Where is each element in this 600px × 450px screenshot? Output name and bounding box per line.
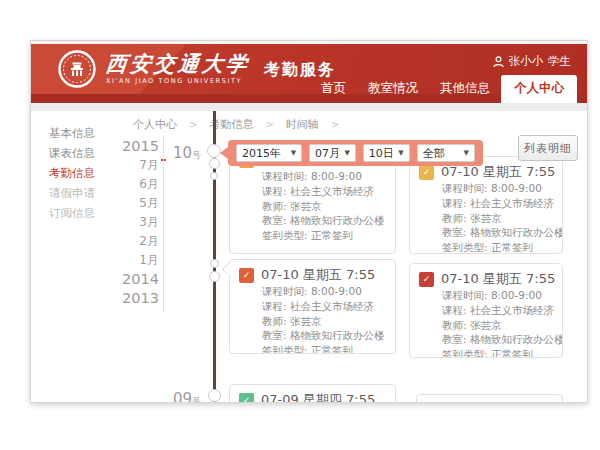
caret-down-icon: ▼: [291, 149, 296, 157]
app-header: 西安交通大学 XI'AN JIAO TONG UNIVERSITY 考勤服务 张…: [31, 44, 587, 103]
card-sign-type: 签到类型: 正常签到: [262, 343, 386, 354]
year-select[interactable]: 2015年 ▼: [236, 144, 302, 162]
user-name: 张小小: [509, 54, 544, 69]
day-select[interactable]: 10日 ▼: [363, 144, 410, 162]
day-suffix: 号: [192, 396, 201, 403]
sign-type-icon: ✓: [239, 268, 254, 283]
scale-month-may[interactable]: 5月: [115, 194, 159, 213]
scale-divider: [163, 135, 164, 313]
timeline-node: [207, 144, 221, 158]
sign-type-icon: ✓: [239, 393, 254, 404]
filter-bubble: 2015年 ▼ 07月 ▼ 10日 ▼ 全部 ▼: [228, 140, 483, 166]
card-sign-type: 签到类型: 正常签到: [442, 240, 553, 254]
day-number: 09: [173, 390, 192, 403]
timeline-node: [208, 389, 221, 402]
breadcrumb: 个人中心 > 考勤信息 > 时间轴 >: [129, 115, 347, 134]
sidebar-item-leave-request[interactable]: 请假申请: [31, 183, 95, 203]
card-header: ✓ 07-10 星期五 7:55: [419, 270, 553, 288]
scale-month-jul[interactable]: 7月: [115, 156, 159, 175]
timeline-scale: 2015 7月 6月 5月 3月 2月 1月 2014 2013: [115, 137, 159, 308]
university-name: 西安交通大学 XI'AN JIAO TONG UNIVERSITY: [106, 54, 250, 85]
user-icon: [493, 56, 504, 68]
card-teacher: 教师: 张芸京: [442, 211, 553, 226]
card-teacher: 教师: 张芸京: [262, 314, 386, 329]
card-classroom: 教室: 格物致知行政办公楼: [262, 213, 386, 228]
sidebar-item-attendance-info[interactable]: 考勤信息: [31, 163, 95, 183]
sidebar: 基本信息 课表信息 考勤信息 请假申请 订阅信息: [31, 123, 95, 223]
caret-down-icon: ▼: [464, 149, 469, 157]
nav-item-other-info[interactable]: 其他信息: [429, 75, 501, 103]
card-course-time: 课程时间: 8:00-9:00: [262, 169, 386, 184]
breadcrumb-personal-center[interactable]: 个人中心: [129, 115, 181, 134]
nav-item-classrooms[interactable]: 教室情况: [357, 75, 429, 103]
day-number: 10: [173, 144, 192, 162]
screenshot-canvas: 西安交通大学 XI'AN JIAO TONG UNIVERSITY 考勤服务 张…: [0, 0, 600, 450]
scale-month-jan[interactable]: 1月: [115, 251, 159, 270]
chevron-right-icon: >: [265, 119, 273, 130]
sidebar-item-basic-info[interactable]: 基本信息: [31, 123, 95, 143]
university-name-cn: 西安交通大学: [105, 54, 251, 75]
user-menu[interactable]: 张小小 学生: [493, 54, 572, 69]
attendance-card-partial: ✓ 07-09 星期四 7:55: [229, 384, 396, 403]
card-header: ✓ 07-09 星期四 7:55: [239, 391, 386, 403]
card-classroom: 教室: 格物致知行政办公楼: [442, 332, 553, 347]
card-date: 07-10 星期五 7:55: [261, 266, 375, 284]
scale-month-mar[interactable]: 3月: [115, 213, 159, 232]
attendance-card: ✓ 07-10 星期五 7:55 课程时间: 8:00-9:00 课程: 社会主…: [229, 259, 396, 354]
scale-year-2015[interactable]: 2015: [115, 137, 159, 156]
scale-month-feb[interactable]: 2月: [115, 232, 159, 251]
caret-down-icon: ▼: [344, 149, 349, 157]
nav-item-home[interactable]: 首页: [310, 75, 357, 103]
day-suffix: 号: [192, 150, 201, 160]
caret-down-icon: ▼: [398, 149, 403, 157]
sign-type-icon: ✓: [419, 165, 434, 180]
card-header: ✓ 07-10 星期五 7:55: [239, 266, 386, 284]
timeline-node: [210, 259, 219, 268]
main-nav: 首页 教室情况 其他信息 个人中心: [310, 75, 577, 103]
user-role: 学生: [548, 54, 571, 69]
card-course: 课程: 社会主义市场经济: [442, 303, 553, 318]
timeline-node: [209, 271, 220, 282]
scale-year-2013[interactable]: 2013: [115, 289, 159, 308]
university-brand: 西安交通大学 XI'AN JIAO TONG UNIVERSITY 考勤服务: [57, 49, 336, 89]
timeline-node: [209, 158, 220, 169]
card-teacher: 教师: 张芸京: [262, 199, 386, 214]
month-select[interactable]: 07月 ▼: [309, 144, 356, 162]
university-name-en: XI'AN JIAO TONG UNIVERSITY: [106, 78, 250, 85]
card-course-time: 课程时间: 8:00-9:00: [442, 288, 553, 303]
bubble-arrow: [220, 147, 228, 159]
type-select[interactable]: 全部 ▼: [417, 144, 475, 162]
sidebar-item-subscription-info[interactable]: 订阅信息: [31, 203, 95, 223]
list-detail-button[interactable]: 列表明细: [518, 135, 578, 161]
breadcrumb-timeline[interactable]: 时间轴: [282, 115, 323, 134]
card-sign-type: 签到类型: 正常签到: [262, 228, 386, 243]
card-classroom: 教室: 格物致知行政办公楼: [442, 225, 553, 240]
card-sign-type: 签到类型: 正常签到: [442, 347, 553, 358]
chevron-right-icon: >: [331, 119, 339, 130]
month-select-value: 07月: [315, 146, 340, 161]
type-select-value: 全部: [423, 146, 445, 161]
timeline-node: [210, 172, 218, 180]
header-divider-strip: [31, 103, 587, 111]
card-classroom: 教室: 格物致知行政办公楼: [262, 328, 386, 343]
card-course: 课程: 社会主义市场经济: [262, 299, 386, 314]
day-label-09: 09号: [173, 389, 201, 403]
day-label-10: 10号: [173, 143, 201, 162]
scale-month-label: 7月: [139, 158, 159, 172]
chevron-right-icon: >: [189, 119, 197, 130]
card-course: 课程: 社会主义市场经济: [442, 196, 553, 211]
nav-item-personal-center[interactable]: 个人中心: [501, 75, 577, 103]
app-window: 西安交通大学 XI'AN JIAO TONG UNIVERSITY 考勤服务 张…: [30, 40, 588, 403]
attendance-card: ✓ 07-10 星期五 7:55 课程时间: 8:00-9:00 课程: 社会主…: [409, 156, 563, 254]
card-date: 07-09 星期四 7:55: [261, 391, 375, 403]
sign-type-icon: ✓: [419, 272, 434, 287]
attendance-card-partial: [416, 394, 563, 403]
scale-year-2014[interactable]: 2014: [115, 270, 159, 289]
year-select-value: 2015年: [242, 146, 281, 161]
card-course-time: 课程时间: 8:00-9:00: [262, 284, 386, 299]
scale-month-jun[interactable]: 6月: [115, 175, 159, 194]
university-logo-icon: [57, 49, 97, 89]
sidebar-item-schedule-info[interactable]: 课表信息: [31, 143, 95, 163]
card-date: 07-10 星期五 7:55: [441, 270, 555, 288]
day-select-value: 10日: [369, 146, 394, 161]
